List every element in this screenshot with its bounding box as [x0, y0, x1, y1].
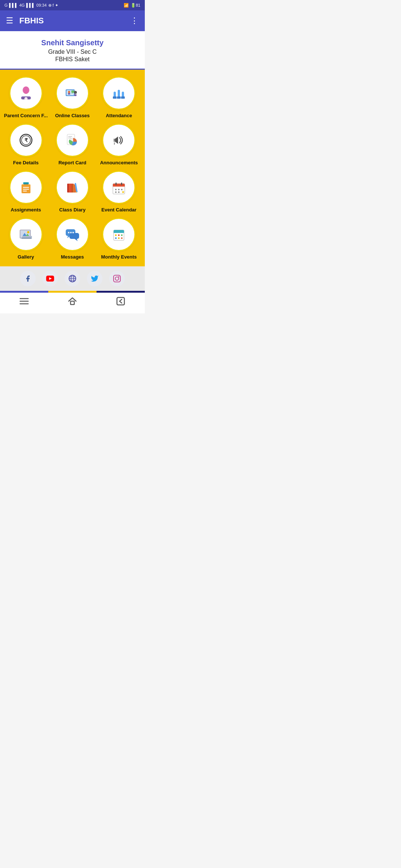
grid-label-gallery: Gallery [18, 254, 34, 260]
signal-4g: 4G [19, 3, 25, 7]
stripe-yellow [48, 291, 97, 293]
grid-circle-parent-concern: ! ! [9, 76, 43, 110]
signal-text: G [4, 3, 8, 7]
svg-rect-71 [118, 234, 120, 236]
grid-label-event-calendar: Event Calendar [101, 207, 137, 213]
signal-bars2: ▌▌▌ [26, 3, 35, 7]
grid-item-gallery[interactable]: Gallery [4, 218, 48, 260]
svg-rect-89 [71, 301, 74, 305]
grid-circle-monthly-events [102, 218, 136, 251]
stripe-blue [0, 291, 48, 293]
grid-item-parent-concern[interactable]: ! ! Parent Concern F... [4, 76, 48, 118]
grid-section: ! ! Parent Concern F... [0, 70, 145, 266]
svg-text:₹: ₹ [24, 137, 27, 143]
twitter-button[interactable] [87, 271, 102, 286]
svg-rect-45 [115, 183, 117, 185]
more-options-button[interactable]: ⋮ [130, 16, 139, 26]
svg-rect-37 [67, 184, 69, 193]
grid-circle-report-card [56, 124, 89, 157]
back-icon [116, 296, 125, 306]
messages-icon [63, 226, 81, 243]
svg-rect-74 [118, 237, 120, 239]
battery-icon: 🔋81 [131, 3, 140, 8]
extra-icons: ⊕ f ✦ [48, 3, 58, 8]
svg-point-64 [68, 232, 69, 233]
grid-label-parent-concern: Parent Concern F... [4, 113, 48, 118]
nav-menu-button[interactable] [19, 297, 29, 307]
svg-rect-83 [114, 275, 120, 282]
svg-point-48 [118, 189, 120, 190]
announcements-icon [110, 131, 128, 149]
assignments-icon [17, 178, 35, 196]
nav-back-button[interactable] [116, 296, 125, 308]
grid-label-online-classes: Online Classes [55, 113, 89, 118]
facebook-button[interactable] [20, 271, 36, 286]
grid-label-attendance: Attendance [106, 113, 132, 118]
grid-item-event-calendar[interactable]: ★ Event Calendar [97, 171, 141, 213]
fee-details-icon: ₹ [17, 131, 35, 149]
facebook-icon [24, 275, 32, 282]
svg-rect-28 [114, 139, 115, 142]
svg-marker-63 [75, 239, 78, 241]
grid-label-messages: Messages [61, 254, 84, 260]
svg-rect-44 [113, 185, 125, 187]
time: 09:34 [36, 3, 47, 7]
monthly-events-icon [110, 226, 128, 243]
grid-item-fee-details[interactable]: ₹ Fee Details [4, 124, 48, 165]
svg-rect-14 [74, 94, 76, 96]
hamburger-menu-button[interactable]: ☰ [6, 16, 13, 26]
grid-circle-event-calendar: ★ [102, 171, 136, 204]
event-calendar-icon: ★ [110, 178, 128, 196]
youtube-button[interactable] [42, 271, 58, 286]
gallery-icon [17, 226, 35, 243]
status-left: G ▌▌▌ 4G ▌▌▌ 09:34 ⊕ f ✦ [4, 3, 58, 8]
svg-point-84 [115, 277, 118, 280]
svg-rect-19 [117, 96, 121, 99]
instagram-button[interactable] [109, 271, 125, 286]
svg-text:★: ★ [121, 190, 125, 194]
svg-rect-90 [117, 297, 124, 305]
online-classes-icon [63, 84, 81, 102]
grid-item-online-classes[interactable]: Online Classes [50, 76, 94, 118]
grid-label-announcements: Announcements [100, 160, 138, 165]
svg-rect-39 [72, 184, 73, 193]
grid-item-attendance[interactable]: Attendance [97, 76, 141, 118]
grid-circle-assignments [9, 171, 43, 204]
svg-rect-75 [121, 237, 123, 239]
svg-rect-11 [71, 91, 74, 93]
grid-item-report-card[interactable]: Report Card [50, 124, 94, 165]
website-button[interactable] [65, 271, 80, 286]
status-bar: G ▌▌▌ 4G ▌▌▌ 09:34 ⊕ f ✦ 📶 🔋81 [0, 0, 145, 10]
grid-item-assignments[interactable]: Assignments [4, 171, 48, 213]
grid-item-announcements[interactable]: Announcements [97, 124, 141, 165]
svg-rect-73 [115, 237, 117, 239]
hamburger-icon [19, 297, 29, 305]
grid-circle-attendance [102, 76, 136, 110]
profile-school: FBHIS Saket [6, 56, 139, 63]
grid-item-monthly-events[interactable]: Monthly Events [97, 218, 141, 260]
svg-rect-69 [114, 232, 124, 233]
svg-point-2 [23, 88, 29, 94]
attendance-icon [110, 84, 128, 102]
stripe-darkblue [97, 291, 145, 293]
profile-grade: Grade VIII - Sec C [6, 49, 139, 55]
youtube-icon [46, 276, 54, 282]
nav-home-button[interactable] [68, 296, 77, 308]
wifi-icon: 📶 [124, 3, 129, 8]
svg-point-57 [27, 231, 29, 233]
grid-label-report-card: Report Card [58, 160, 86, 165]
svg-text:!: ! [25, 98, 26, 100]
svg-rect-70 [115, 234, 117, 236]
svg-point-47 [115, 189, 117, 190]
grid-item-messages[interactable]: Messages [50, 218, 94, 260]
app-title: FBHIS [19, 16, 130, 26]
grid-circle-gallery [9, 218, 43, 251]
menu-grid: ! ! Parent Concern F... [4, 76, 141, 260]
grid-circle-announcements [102, 124, 136, 157]
grid-item-class-diary[interactable]: Class Diary [50, 171, 94, 213]
svg-rect-18 [113, 96, 117, 99]
twitter-icon [91, 274, 99, 283]
svg-point-50 [115, 191, 117, 193]
stripe-bar [0, 291, 145, 293]
svg-rect-31 [24, 183, 28, 184]
